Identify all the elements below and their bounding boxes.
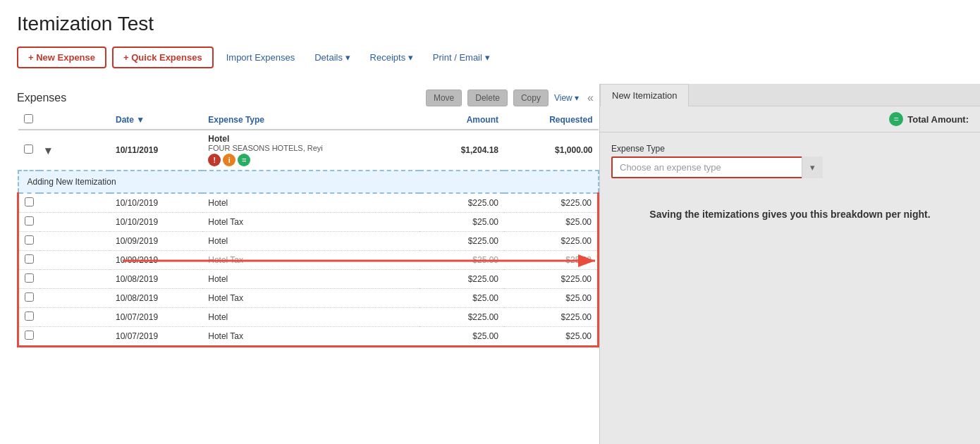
quick-expenses-button[interactable]: + Quick Expenses	[112, 47, 214, 68]
table-row[interactable]: 10/10/2019 Hotel Tax $25.00 $25.00	[18, 213, 599, 232]
adding-label: Adding New Itemization	[27, 177, 116, 187]
item-amount: $25.00	[419, 289, 504, 308]
expenses-section-title: Expenses	[17, 92, 420, 104]
warning-icon: i	[223, 154, 235, 166]
row-checkbox[interactable]	[25, 292, 34, 302]
total-amount-icon: =	[889, 112, 903, 126]
copy-button[interactable]: Copy	[513, 90, 549, 106]
row-checkbox[interactable]	[25, 235, 34, 245]
item-requested: $25.00	[504, 251, 598, 270]
table-row[interactable]: 10/08/2019 Hotel Tax $25.00 $25.00	[18, 289, 599, 308]
row-checkbox[interactable]	[24, 144, 33, 154]
row-checkbox[interactable]	[25, 197, 34, 206]
adding-itemization-row: Adding New Itemization	[18, 171, 599, 193]
item-type: Hotel	[202, 270, 419, 289]
item-requested: $25.00	[504, 213, 598, 232]
table-row[interactable]: 10/09/2019 Hotel $225.00 $225.00	[18, 232, 599, 251]
move-button[interactable]: Move	[426, 90, 462, 106]
item-type: Hotel	[202, 232, 419, 251]
expense-type-select[interactable]: Choose an expense type	[611, 156, 823, 178]
view-button[interactable]: View	[554, 93, 579, 103]
amount-column-header: Amount	[419, 111, 504, 130]
page-title: Itemization Test	[17, 13, 963, 35]
item-date: 10/07/2019	[110, 308, 202, 327]
item-amount: $225.00	[419, 193, 504, 213]
item-date: 10/08/2019	[110, 289, 202, 308]
receipts-button[interactable]: Receipts	[363, 49, 420, 66]
item-date: 10/10/2019	[110, 213, 202, 232]
item-date: 10/07/2019	[110, 327, 202, 347]
table-row[interactable]: 10/09/2019 Hotel Tax $25.00 $25.00	[18, 251, 599, 270]
delete-button[interactable]: Delete	[467, 90, 508, 106]
item-requested: $225.00	[504, 270, 598, 289]
details-button[interactable]: Details	[307, 49, 357, 66]
item-amount: $25.00	[419, 213, 504, 232]
table-row[interactable]: 10/10/2019 Hotel $225.00 $225.00	[18, 193, 599, 213]
item-amount: $225.00	[419, 270, 504, 289]
item-amount: $225.00	[419, 232, 504, 251]
item-date: 10/09/2019	[110, 232, 202, 251]
row-checkbox[interactable]	[25, 254, 34, 264]
select-all-checkbox[interactable]	[24, 114, 33, 123]
item-date: 10/09/2019	[110, 251, 202, 270]
item-type: Hotel	[202, 193, 419, 213]
total-amount-label: Total Amount:	[907, 114, 969, 125]
item-type: Hotel Tax	[202, 251, 419, 270]
print-email-button[interactable]: Print / Email	[426, 49, 497, 66]
item-date: 10/10/2019	[110, 193, 202, 213]
hotel-requested: $1,000.00	[504, 130, 598, 171]
new-expense-button[interactable]: + New Expense	[17, 47, 106, 68]
row-checkbox[interactable]	[25, 331, 34, 340]
table-row[interactable]: 10/07/2019 Hotel $225.00 $225.00	[18, 308, 599, 327]
hotel-date: 10/11/2019	[110, 130, 202, 171]
item-type: Hotel Tax	[202, 327, 419, 347]
ok-icon: =	[238, 154, 250, 166]
hotel-type: Hotel	[208, 134, 414, 144]
info-text: Saving the itemizations gives you this b…	[611, 206, 969, 222]
import-expenses-button[interactable]: Import Expenses	[219, 49, 302, 66]
item-amount: $225.00	[419, 308, 504, 327]
table-row[interactable]: ▾ 10/11/2019 Hotel FOUR SEASONS HOTELS, …	[18, 130, 599, 171]
item-type: Hotel	[202, 308, 419, 327]
item-requested: $225.00	[504, 193, 598, 213]
item-amount: $25.00	[419, 327, 504, 347]
new-itemization-tab[interactable]: New Itemization	[600, 84, 689, 106]
item-requested: $225.00	[504, 232, 598, 251]
item-amount: $25.00	[419, 251, 504, 270]
expense-type-label: Expense Type	[611, 144, 969, 154]
hotel-vendor: FOUR SEASONS HOTELS, Reyi	[208, 144, 414, 152]
date-column-header: Date ▼	[110, 111, 202, 130]
item-type: Hotel Tax	[202, 213, 419, 232]
requested-column-header: Requested	[504, 111, 598, 130]
item-requested: $225.00	[504, 308, 598, 327]
collapse-icon[interactable]: «	[587, 92, 594, 104]
expense-type-column-header: Expense Type	[202, 111, 419, 130]
item-requested: $25.00	[504, 289, 598, 308]
table-row[interactable]: 10/08/2019 Hotel $225.00 $225.00	[18, 270, 599, 289]
hotel-amount: $1,204.18	[419, 130, 504, 171]
row-checkbox[interactable]	[25, 312, 34, 321]
row-checkbox[interactable]	[25, 216, 34, 226]
error-icon: !	[208, 154, 221, 166]
table-row[interactable]: 10/07/2019 Hotel Tax $25.00 $25.00	[18, 327, 599, 347]
item-requested: $25.00	[504, 327, 598, 347]
item-type: Hotel Tax	[202, 289, 419, 308]
item-date: 10/08/2019	[110, 270, 202, 289]
row-checkbox[interactable]	[25, 273, 34, 283]
